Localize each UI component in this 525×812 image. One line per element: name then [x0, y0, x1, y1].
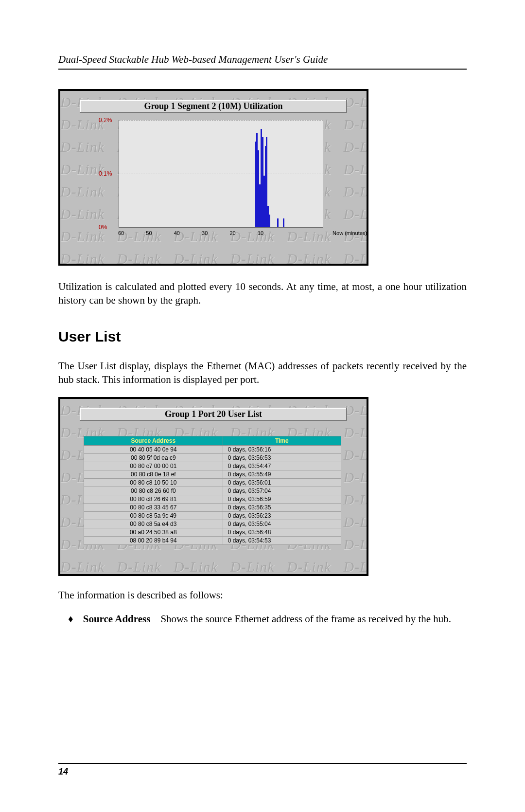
- cell-source-address: 00 80 5f 0d ea c9: [84, 453, 223, 462]
- table-row: 00 40 05 40 0e 940 days, 03:56:16: [84, 445, 341, 453]
- table-row: 00 80 c8 26 60 f00 days, 03:57:04: [84, 487, 341, 495]
- paragraph-followup: The information is described as follows:: [58, 589, 467, 602]
- cell-time: 0 days, 03:56:16: [223, 445, 341, 453]
- bullet-description: Shows the source Ethernet address of the…: [158, 613, 451, 625]
- table-row: 00 80 c7 00 00 010 days, 03:54:47: [84, 462, 341, 470]
- table-row: 08 00 20 89 b4 940 days, 03:54:53: [84, 536, 341, 544]
- chart-xtick: 30: [202, 230, 208, 236]
- table-row: 00 80 5f 0d ea c90 days, 03:56:53: [84, 453, 341, 462]
- page-footer: 14: [58, 763, 467, 777]
- bullet-text: Source Address Shows the source Ethernet…: [83, 613, 467, 626]
- cell-time: 0 days, 03:56:35: [223, 503, 341, 511]
- paragraph-utilization: Utilization is calculated and plotted ev…: [58, 280, 467, 307]
- cell-time: 0 days, 03:54:47: [223, 462, 341, 470]
- chart-xlabel: Now (minutes): [332, 230, 367, 236]
- bullet-term: Source Address: [83, 613, 151, 625]
- chart-plot-area: 0%0.1%0.2%605040302010Now (minutes): [119, 120, 323, 228]
- table-row: 00 80 c8 5a e4 d30 days, 03:55:04: [84, 520, 341, 528]
- chart-xtick: 50: [146, 230, 152, 236]
- cell-time: 0 days, 03:56:48: [223, 528, 341, 536]
- running-head: Dual-Speed Stackable Hub Web-based Manag…: [58, 54, 467, 70]
- cell-time: 0 days, 03:57:04: [223, 487, 341, 495]
- chart-xtick: 10: [258, 230, 263, 236]
- table-row: 00 80 c8 33 45 670 days, 03:56:35: [84, 503, 341, 511]
- cell-source-address: 00 80 c8 10 50 10: [84, 478, 223, 487]
- page: Dual-Speed Stackable Hub Web-based Manag…: [0, 0, 525, 812]
- chart-bar: [277, 218, 279, 227]
- chart-ytick: 0.1%: [99, 170, 112, 177]
- chart-ytick: 0.2%: [99, 117, 112, 124]
- chart-xtick: 20: [229, 230, 235, 236]
- col-time: Time: [223, 436, 341, 445]
- cell-time: 0 days, 03:55:04: [223, 520, 341, 528]
- cell-source-address: 08 00 20 89 b4 94: [84, 536, 223, 544]
- bullet-marker: ♦: [68, 613, 73, 626]
- bullet-source-address: ♦ Source Address Shows the source Ethern…: [68, 613, 467, 626]
- table-row: 00 80 c8 5a 9c 490 days, 03:56:23: [84, 511, 341, 520]
- table-row: 00 80 c8 0e 18 ef0 days, 03:55:49: [84, 470, 341, 478]
- cell-source-address: 00 a0 24 50 38 a8: [84, 528, 223, 536]
- cell-time: 0 days, 03:54:53: [223, 536, 341, 544]
- cell-time: 0 days, 03:56:59: [223, 495, 341, 503]
- user-list-table: Source AddressTime 00 40 05 40 0e 940 da…: [84, 436, 341, 545]
- chart-bar: [269, 215, 270, 227]
- table-row: 00 80 c8 10 50 100 days, 03:56:01: [84, 478, 341, 487]
- cell-source-address: 00 80 c8 33 45 67: [84, 503, 223, 511]
- section-heading-user-list: User List: [58, 328, 467, 345]
- cell-source-address: 00 80 c8 26 69 81: [84, 495, 223, 503]
- cell-source-address: 00 80 c7 00 00 01: [84, 462, 223, 470]
- cell-source-address: 00 80 c8 0e 18 ef: [84, 470, 223, 478]
- chart-ytick: 0%: [99, 224, 107, 231]
- cell-source-address: 00 80 c8 5a 9c 49: [84, 511, 223, 520]
- paragraph-userlist-intro: The User List display, displays the Ethe…: [58, 360, 467, 386]
- chart-xtick: 60: [118, 230, 124, 236]
- userlist-title-bar: Group 1 Port 20 User List: [80, 408, 347, 421]
- cell-source-address: 00 80 c8 26 60 f0: [84, 487, 223, 495]
- chart-bar: [283, 218, 284, 227]
- chart-title-bar: Group 1 Segment 2 (10M) Utilization: [80, 100, 347, 113]
- figure-user-list: D-Link D-Link D-Link D-Link D-Link D-Lin…: [58, 397, 368, 576]
- cell-time: 0 days, 03:56:01: [223, 478, 341, 487]
- col-source-address: Source Address: [84, 436, 223, 445]
- cell-source-address: 00 40 05 40 0e 94: [84, 445, 223, 453]
- cell-time: 0 days, 03:56:23: [223, 511, 341, 520]
- cell-time: 0 days, 03:55:49: [223, 470, 341, 478]
- table-row: 00 80 c8 26 69 810 days, 03:56:59: [84, 495, 341, 503]
- table-row: 00 a0 24 50 38 a80 days, 03:56:48: [84, 528, 341, 536]
- page-number: 14: [58, 767, 68, 776]
- cell-source-address: 00 80 c8 5a e4 d3: [84, 520, 223, 528]
- figure-utilization: D-Link D-Link D-Link D-Link D-Link D-Lin…: [58, 89, 368, 266]
- cell-time: 0 days, 03:56:53: [223, 453, 341, 462]
- chart-xtick: 40: [174, 230, 180, 236]
